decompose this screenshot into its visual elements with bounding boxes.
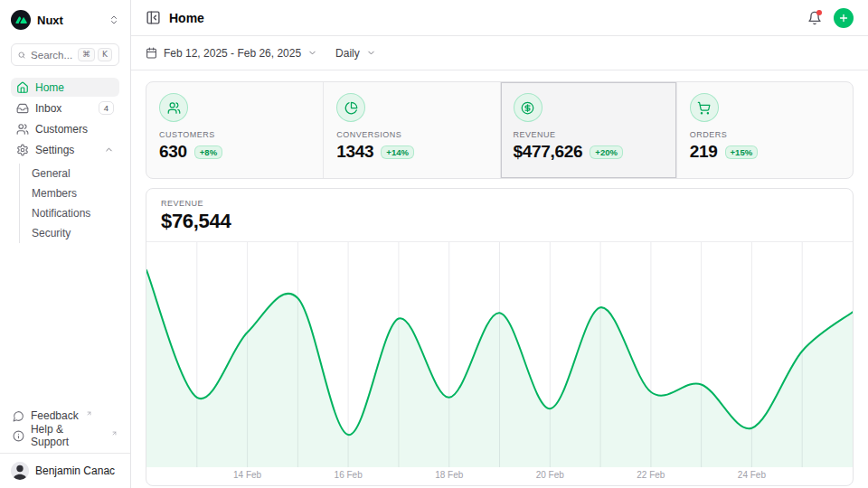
inbox-count-badge: 4 bbox=[99, 101, 114, 115]
revenue-chart-svg bbox=[146, 242, 853, 467]
x-tick-label: 18 Feb bbox=[435, 470, 463, 480]
notifications-button[interactable] bbox=[807, 11, 822, 25]
feedback-label: Feedback bbox=[31, 409, 79, 422]
notification-dot bbox=[816, 10, 822, 15]
sidebar-item-label: Inbox bbox=[35, 102, 61, 115]
main-area: Home Feb 12, 2025 - Feb 26, 2025 Daily bbox=[131, 0, 868, 488]
search-placeholder: Search... bbox=[31, 50, 72, 61]
stat-label: Orders bbox=[690, 130, 840, 139]
chart-metric-label: Revenue bbox=[161, 199, 838, 208]
sidebar-nav: Home Inbox 4 Customers Settings General … bbox=[11, 78, 119, 243]
help-support-label: Help & Support bbox=[31, 423, 104, 448]
x-tick-label: 16 Feb bbox=[335, 470, 363, 480]
granularity-value: Daily bbox=[335, 47, 360, 60]
chevron-up-icon bbox=[104, 145, 114, 155]
stat-value: 219 bbox=[690, 142, 718, 162]
header-actions bbox=[807, 8, 854, 28]
revenue-chart-card: Revenue $76,544 14 Feb16 Feb18 Feb20 Feb… bbox=[146, 188, 854, 486]
calendar-icon bbox=[146, 47, 157, 59]
plus-icon bbox=[838, 13, 849, 23]
x-tick-label: 14 Feb bbox=[233, 470, 261, 480]
filter-toolbar: Feb 12, 2025 - Feb 26, 2025 Daily bbox=[131, 36, 868, 70]
search-shortcut: ⌘ K bbox=[78, 48, 112, 61]
sidebar-item-label: Settings bbox=[35, 144, 74, 156]
message-icon bbox=[13, 410, 24, 422]
date-range-picker[interactable]: Feb 12, 2025 - Feb 26, 2025 bbox=[146, 47, 317, 60]
users-icon bbox=[16, 123, 29, 136]
sidebar: Nuxt Search... ⌘ K Home Inbox 4 Cu bbox=[0, 0, 131, 488]
settings-submenu: General Members Notifications Security bbox=[19, 164, 119, 243]
chevrons-up-down-icon bbox=[108, 14, 119, 25]
external-link-icon bbox=[111, 430, 118, 436]
stat-label: Conversions bbox=[336, 130, 486, 139]
pie-icon bbox=[344, 101, 358, 115]
sidebar-item-general[interactable]: General bbox=[20, 164, 119, 183]
page-title: Home bbox=[169, 11, 204, 25]
info-icon bbox=[13, 430, 24, 442]
inbox-icon bbox=[16, 102, 29, 115]
chart-plot-area[interactable] bbox=[146, 242, 853, 467]
home-icon bbox=[16, 81, 29, 94]
sidebar-item-members[interactable]: Members bbox=[20, 183, 119, 203]
user-menu[interactable]: Benjamin Canac bbox=[11, 459, 119, 483]
sidebar-spacer bbox=[11, 243, 119, 406]
dollar-icon bbox=[521, 101, 534, 115]
date-range-value: Feb 12, 2025 - Feb 26, 2025 bbox=[164, 47, 301, 60]
chart-metric-value: $76,544 bbox=[161, 210, 838, 233]
chart-header: Revenue $76,544 bbox=[146, 189, 853, 242]
stat-value: $477,626 bbox=[514, 142, 583, 162]
granularity-select[interactable]: Daily bbox=[335, 47, 376, 60]
avatar bbox=[11, 462, 29, 480]
stat-delta-badge: +8% bbox=[194, 145, 222, 159]
add-button[interactable] bbox=[834, 8, 854, 28]
cart-icon bbox=[697, 101, 711, 115]
collapse-sidebar-button[interactable] bbox=[146, 10, 161, 25]
x-tick-label: 22 Feb bbox=[637, 470, 665, 480]
chevron-down-icon bbox=[366, 48, 376, 58]
x-tick-label: 24 Feb bbox=[738, 470, 766, 480]
stat-value: 1343 bbox=[336, 142, 373, 162]
stat-label: Revenue bbox=[514, 130, 664, 139]
nuxt-logo-icon bbox=[11, 10, 31, 30]
sidebar-divider bbox=[0, 453, 130, 454]
sidebar-item-customers[interactable]: Customers bbox=[11, 119, 119, 138]
stat-label: Customers bbox=[159, 130, 310, 139]
sidebar-item-label: Home bbox=[35, 81, 64, 94]
sidebar-item-settings[interactable]: Settings bbox=[11, 140, 119, 159]
sub-item-label: Notifications bbox=[32, 207, 90, 220]
user-name: Benjamin Canac bbox=[35, 465, 115, 477]
sub-item-label: Security bbox=[32, 227, 71, 239]
help-support-link[interactable]: Help & Support bbox=[11, 426, 119, 446]
kbd-k: K bbox=[98, 48, 112, 61]
workspace-switcher[interactable]: Nuxt bbox=[11, 7, 119, 33]
search-input[interactable]: Search... ⌘ K bbox=[11, 43, 119, 66]
sub-item-label: General bbox=[32, 167, 71, 180]
sub-item-label: Members bbox=[32, 187, 77, 200]
app-root: Nuxt Search... ⌘ K Home Inbox 4 Cu bbox=[0, 0, 868, 488]
sidebar-item-security[interactable]: Security bbox=[20, 223, 119, 243]
sidebar-item-notifications[interactable]: Notifications bbox=[20, 203, 119, 223]
stat-card-orders[interactable]: Orders 219 +15% bbox=[676, 82, 853, 178]
dashboard-content: Customers 630 +8% Conversions 1343 +14% bbox=[131, 70, 868, 488]
stat-card-customers[interactable]: Customers 630 +8% bbox=[146, 82, 323, 178]
page-header: Home bbox=[131, 0, 868, 36]
stat-delta-badge: +15% bbox=[725, 145, 759, 159]
stat-card-conversions[interactable]: Conversions 1343 +14% bbox=[323, 82, 499, 178]
sidebar-item-label: Customers bbox=[35, 123, 88, 136]
stat-delta-badge: +14% bbox=[381, 145, 414, 159]
chevron-down-icon bbox=[307, 48, 317, 58]
workspace-name: Nuxt bbox=[37, 14, 102, 27]
kbd-cmd: ⌘ bbox=[78, 48, 95, 61]
sidebar-item-inbox[interactable]: Inbox 4 bbox=[11, 99, 119, 117]
users-icon bbox=[167, 101, 181, 115]
stat-card-revenue[interactable]: Revenue $477,626 +20% bbox=[500, 82, 676, 178]
external-link-icon bbox=[86, 410, 92, 417]
stats-row: Customers 630 +8% Conversions 1343 +14% bbox=[146, 81, 854, 179]
stat-value: 630 bbox=[159, 142, 187, 162]
sidebar-item-home[interactable]: Home bbox=[11, 78, 119, 97]
gear-icon bbox=[16, 144, 29, 156]
stat-delta-badge: +20% bbox=[590, 145, 623, 159]
search-icon bbox=[18, 50, 25, 61]
panel-left-close-icon bbox=[146, 10, 161, 25]
x-axis-labels: 14 Feb16 Feb18 Feb20 Feb22 Feb24 Feb bbox=[146, 467, 853, 485]
